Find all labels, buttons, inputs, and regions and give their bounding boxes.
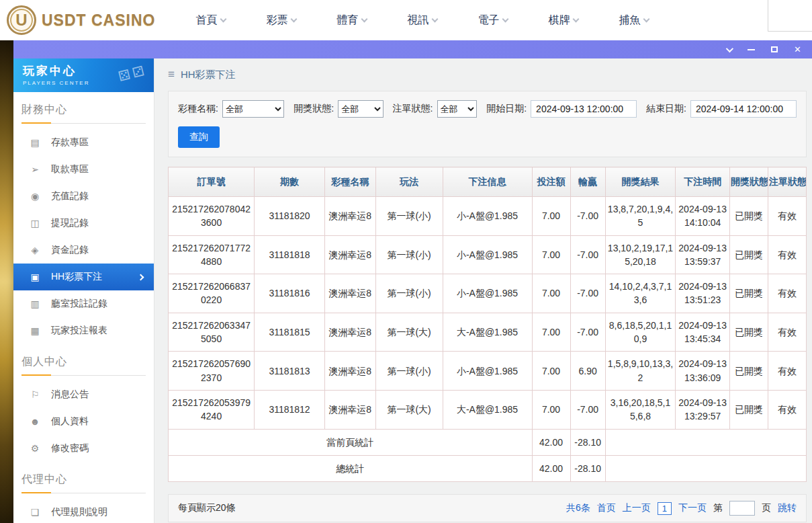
- top-nav: U USDT CASINO 首頁 彩票 體育 視訊 電子 棋牌: [0, 0, 812, 40]
- nav-item[interactable]: 彩票: [246, 13, 316, 28]
- sidebar-item-label: 存款專區: [51, 136, 89, 149]
- nav-item[interactable]: 捕魚: [598, 13, 669, 28]
- jump-button[interactable]: 跳转: [778, 502, 797, 514]
- lottery-name-select[interactable]: 全部: [222, 100, 284, 118]
- cell-bet-time: 2024-09-13 13:45:34: [676, 313, 730, 352]
- column-header: 下注時間: [676, 167, 730, 197]
- sidebar-item[interactable]: ◉ 充值記錄: [13, 183, 154, 210]
- chevron-down-icon: [291, 15, 298, 22]
- total-count-text: 共6条: [566, 502, 590, 514]
- column-header: 彩種名稱: [324, 167, 375, 197]
- sidebar-item-label: 提現記錄: [51, 217, 89, 229]
- order-status-select[interactable]: 全部: [437, 100, 478, 118]
- sidebar-item[interactable]: ⚙ 修改密碼: [13, 435, 154, 462]
- cell-bet-time: 2024-09-13 14:10:04: [676, 197, 730, 236]
- sidebar-item[interactable]: ☻ 個人資料: [13, 408, 154, 435]
- pagination-bar: 每頁顯示20條 共6条 首页 上一页 1 下一页 第 页 跳转: [168, 494, 807, 522]
- sidebar-item[interactable]: ◈ 資金記錄: [13, 237, 154, 264]
- cell-draw-status: 已開獎: [730, 313, 768, 352]
- column-header: 輸贏: [570, 167, 605, 197]
- collapse-icon[interactable]: [726, 44, 733, 52]
- nav-item-label: 電子: [478, 14, 499, 26]
- profile-icon: ☻: [30, 416, 40, 427]
- page-jump-input[interactable]: [729, 501, 755, 516]
- nav-item[interactable]: 體育: [316, 13, 387, 28]
- total-summary-empty: [605, 455, 806, 481]
- sidebar-section-personal: 個人中心 ⚐ 消息公告 ☻ 個人資料: [13, 355, 154, 462]
- cell-period: 31181815: [255, 313, 325, 352]
- cell-play-type: 第一球(大): [375, 390, 443, 429]
- sidebar-item[interactable]: ▣ HH彩票下注: [13, 264, 154, 290]
- cell-period: 31181813: [255, 352, 325, 391]
- sidebar-item[interactable]: ◫ 提現記錄: [13, 210, 154, 237]
- cell-draw-result: 3,16,20,18,5,15,6,8: [605, 390, 676, 429]
- logo[interactable]: U USDT CASINO: [7, 5, 155, 35]
- search-button[interactable]: 查詢: [178, 126, 220, 148]
- cell-bet-time: 2024-09-13 13:36:09: [676, 352, 730, 391]
- page-summary-win-loss: -28.10: [570, 429, 605, 455]
- draw-status-select[interactable]: 全部: [338, 100, 383, 118]
- minimize-icon[interactable]: [748, 49, 755, 50]
- sidebar-section-agent: 代理中心 ❏ 代理規則說明: [13, 473, 154, 523]
- window-titlebar[interactable]: ✕: [13, 40, 812, 58]
- maximize-icon[interactable]: [771, 46, 778, 52]
- cell-lottery-name: 澳洲幸运8: [324, 197, 375, 236]
- cell-draw-result: 13,8,7,20,1,9,4,5: [605, 197, 676, 236]
- cell-bet-time: 2024-09-13 13:51:23: [676, 274, 730, 313]
- nav-item[interactable]: 首頁: [175, 13, 246, 28]
- sidebar-header: 玩家中心 PLAYERS CENTER ⚄⚂: [13, 58, 154, 92]
- cell-order-status: 有效: [768, 235, 807, 274]
- funds-record-icon: ◈: [30, 245, 40, 255]
- column-header: 開獎結果: [605, 167, 676, 197]
- column-header: 玩法: [375, 167, 443, 197]
- sidebar-item-label: 消息公告: [51, 389, 89, 401]
- sidebar-item[interactable]: ➢ 取款專區: [13, 156, 154, 183]
- sidebar-item[interactable]: ▤ 存款專區: [13, 129, 154, 156]
- lottery-name-label: 彩種名稱:: [178, 103, 218, 115]
- sidebar-item[interactable]: ▥ 廳室投註記錄: [13, 290, 154, 317]
- total-summary-win-loss: -28.10: [570, 455, 605, 481]
- cell-bet-amount: 7.00: [532, 274, 570, 313]
- deposit-icon: ▤: [30, 137, 40, 148]
- cell-lottery-name: 澳洲幸运8: [324, 352, 375, 391]
- chevron-down-icon: [220, 15, 227, 22]
- cell-play-type: 第一球(大): [375, 313, 443, 352]
- logo-emblem-icon: U: [7, 5, 36, 35]
- change-password-icon: ⚙: [30, 443, 40, 454]
- cell-win-loss: -7.00: [570, 235, 605, 274]
- end-date-input[interactable]: [690, 100, 797, 118]
- sidebar-item[interactable]: ❏ 代理規則說明: [13, 499, 154, 523]
- nav-item[interactable]: 電子: [457, 13, 528, 28]
- cell-bet-info: 小-A盤@1.985: [443, 235, 532, 274]
- cell-bet-amount: 7.00: [532, 197, 570, 236]
- withdraw-icon: ➢: [30, 164, 40, 175]
- section-title-personal: 個人中心: [21, 355, 146, 376]
- nav-item-label: 體育: [336, 14, 358, 26]
- cell-bet-amount: 7.00: [532, 352, 570, 391]
- current-page-indicator[interactable]: 1: [658, 502, 672, 515]
- cell-bet-amount: 7.00: [532, 390, 570, 429]
- sidebar-item[interactable]: ▦ 玩家投注報表: [13, 317, 154, 344]
- cell-order-status: 有效: [768, 352, 807, 391]
- cell-order-id: 2152172620780423600: [169, 197, 255, 236]
- cell-lottery-name: 澳洲幸运8: [324, 274, 375, 313]
- sidebar: 玩家中心 PLAYERS CENTER ⚄⚂ 財務中心 ▤ 存款專區: [13, 58, 154, 523]
- first-page-link[interactable]: 首页: [597, 502, 616, 514]
- cell-play-type: 第一球(小): [375, 235, 443, 274]
- cell-bet-time: 2024-09-13 13:29:57: [676, 390, 730, 429]
- prev-page-link[interactable]: 上一页: [623, 502, 651, 514]
- nav-item[interactable]: 棋牌: [528, 13, 598, 28]
- next-page-link[interactable]: 下一页: [678, 502, 707, 514]
- sidebar-item-label: 充值記錄: [51, 190, 89, 202]
- close-icon[interactable]: ✕: [794, 45, 801, 54]
- cell-period: 31181812: [255, 390, 325, 429]
- page-summary-empty: [605, 429, 806, 455]
- agent-rules-icon: ❏: [30, 507, 40, 518]
- cell-lottery-name: 澳洲幸运8: [324, 235, 375, 274]
- start-date-input[interactable]: [531, 100, 637, 118]
- background-image-strip: [0, 40, 13, 523]
- cell-period: 31181816: [255, 274, 325, 313]
- cell-order-id: 2152172620668370220: [169, 274, 255, 313]
- nav-item[interactable]: 視訊: [387, 13, 457, 28]
- sidebar-item[interactable]: ⚐ 消息公告: [13, 381, 154, 408]
